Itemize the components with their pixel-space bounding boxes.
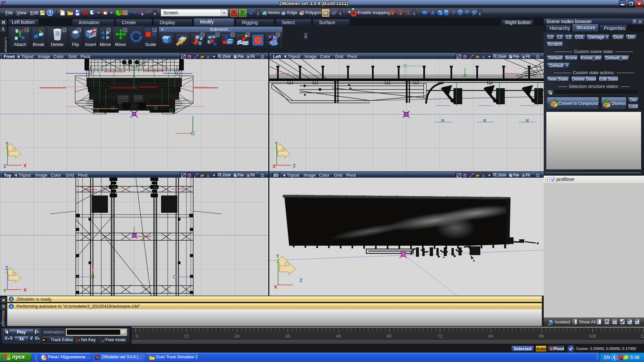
svg-text:12: 12 bbox=[184, 334, 189, 339]
svg-text:?: ? bbox=[141, 13, 143, 16]
svg-text:Z: Z bbox=[293, 163, 296, 168]
svg-text:Polygon: Polygon bbox=[305, 10, 321, 15]
svg-text:108: 108 bbox=[589, 334, 596, 339]
svg-text:Y: Y bbox=[276, 253, 279, 259]
svg-text:Z: Z bbox=[5, 265, 8, 270]
svg-text:Y: Y bbox=[5, 141, 9, 146]
svg-text:48: 48 bbox=[336, 334, 341, 339]
svg-text:84: 84 bbox=[488, 334, 493, 339]
svg-text:X: X bbox=[273, 164, 276, 169]
svg-text:X: X bbox=[23, 287, 27, 293]
svg-text:96: 96 bbox=[539, 334, 544, 339]
svg-text:Command:: Command: bbox=[4, 37, 7, 53]
svg-text:Y: Y bbox=[275, 141, 278, 146]
svg-text:Vertex: Vertex bbox=[268, 10, 280, 15]
svg-text:36: 36 bbox=[285, 334, 290, 339]
svg-text:60: 60 bbox=[387, 334, 391, 339]
svg-text:Edge: Edge bbox=[287, 10, 297, 15]
svg-text:X: X bbox=[23, 163, 27, 168]
svg-text:?: ? bbox=[49, 10, 52, 15]
svg-text:Y: Y bbox=[3, 288, 7, 293]
svg-text:0: 0 bbox=[136, 334, 138, 339]
svg-text:24: 24 bbox=[234, 334, 239, 339]
svg-text:120: 120 bbox=[641, 334, 644, 339]
svg-text:72: 72 bbox=[437, 334, 442, 339]
svg-text:X: X bbox=[274, 284, 277, 290]
svg-text:Z: Z bbox=[300, 278, 303, 283]
svg-text:Z: Z bbox=[3, 164, 6, 169]
